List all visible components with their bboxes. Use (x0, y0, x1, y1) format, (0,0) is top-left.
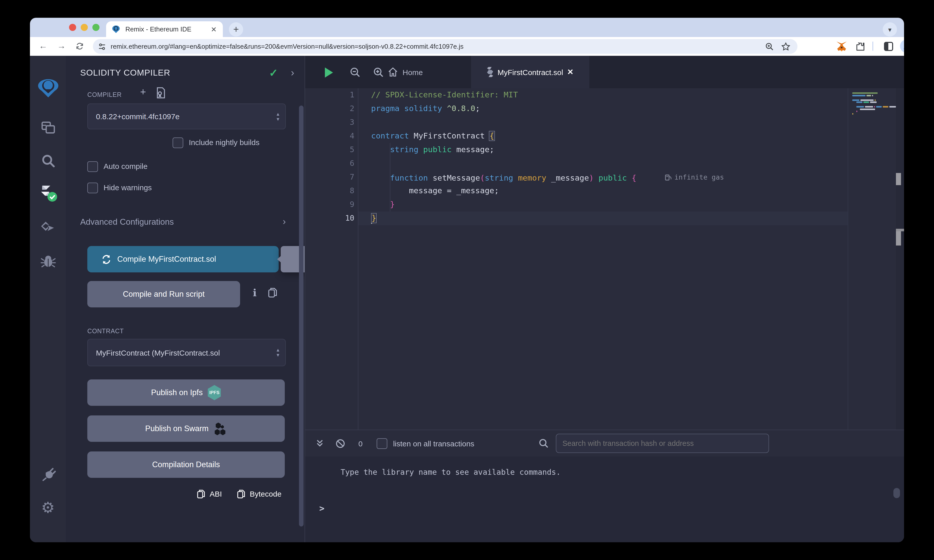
settings-gear-icon[interactable]: ⚙ (30, 496, 66, 518)
screen: Remix - Ethereum IDE ✕ + ▾ ← → remix.eth… (0, 0, 934, 560)
panel-scrollbar[interactable] (299, 106, 304, 526)
solidity-file-icon (487, 67, 493, 77)
compiler-version-select[interactable]: 0.8.22+commit.4fc1097e ▲▼ (87, 103, 286, 129)
plugin-manager-icon[interactable] (30, 463, 66, 485)
bookmark-star-icon[interactable] (781, 42, 790, 51)
contract-select-value: MyFirstContract (MyFirstContract.sol (96, 348, 220, 357)
scrollbar-mark[interactable] (896, 173, 901, 185)
browser-tab[interactable]: Remix - Ethereum IDE ✕ (106, 21, 223, 37)
refresh-icon (102, 254, 111, 264)
tab-close-icon[interactable]: ✕ (567, 68, 573, 77)
listen-transactions-checkbox[interactable] (377, 438, 388, 449)
contract-label: CONTRACT (87, 328, 124, 335)
terminal: 0 listen on all transactions Type the li… (305, 430, 904, 542)
terminal-scrollbar[interactable] (893, 488, 900, 498)
solidity-compiler-icon-active[interactable] (30, 183, 66, 205)
advanced-configurations-label[interactable]: Advanced Configurations (80, 217, 174, 227)
gas-annotation: infinite gas (665, 171, 724, 184)
code-line[interactable]: 8 message = _message; (305, 184, 904, 198)
contract-select[interactable]: MyFirstContract (MyFirstContract.sol ▲▼ (87, 339, 286, 366)
publish-ipfs-button[interactable]: Publish on Ipfs IPFS (87, 379, 285, 406)
license-file-icon[interactable] (156, 87, 165, 98)
nightly-builds-label[interactable]: Include nightly builds (189, 138, 260, 146)
terminal-output[interactable]: Type the library name to see available c… (305, 457, 904, 542)
reload-button[interactable] (73, 40, 86, 53)
remix-logo-icon[interactable] (30, 77, 66, 99)
code-line[interactable]: 7 function setMessage(string memory _mes… (305, 171, 904, 184)
tab-home[interactable]: Home (388, 56, 423, 88)
terminal-search-input[interactable] (556, 439, 769, 448)
zoom-icon[interactable] (765, 42, 774, 51)
code-line[interactable]: 5 string public message; (305, 143, 904, 157)
publish-swarm-label: Publish on Swarm (145, 424, 209, 433)
terminal-search-box[interactable] (556, 434, 769, 453)
bytecode-link[interactable]: Bytecode (250, 489, 282, 498)
url-bar[interactable]: remix.ethereum.org/#lang=en&optimize=fal… (93, 39, 797, 54)
advanced-chevron-icon[interactable]: › (283, 217, 286, 227)
compile-and-run-button[interactable]: Compile and Run script (87, 281, 240, 308)
nightly-builds-checkbox[interactable] (173, 137, 183, 148)
back-button[interactable]: ← (37, 40, 50, 53)
hide-warnings-checkbox[interactable] (87, 183, 98, 193)
run-script-play-icon[interactable] (321, 65, 336, 80)
file-explorer-icon[interactable] (30, 117, 66, 139)
collapse-terminal-icon[interactable] (316, 439, 323, 448)
add-compiler-icon[interactable]: + (140, 86, 146, 98)
publish-swarm-button[interactable]: Publish on Swarm (87, 415, 285, 442)
copy-icon[interactable] (268, 288, 277, 298)
debugger-bug-icon[interactable] (30, 251, 66, 273)
tab-search-chevron-icon[interactable]: ▾ (883, 22, 897, 37)
search-icon[interactable] (30, 150, 66, 172)
deploy-run-icon[interactable] (30, 217, 66, 239)
editor-area: Home MyFirstContract.sol ✕ 1// SPDX-Lice… (305, 56, 904, 542)
panel-collapse-chevron-icon[interactable]: › (291, 67, 294, 78)
hide-warnings-label[interactable]: Hide warnings (103, 183, 152, 192)
abi-link[interactable]: ABI (210, 489, 222, 498)
panel-title: SOLIDITY COMPILER (80, 68, 170, 78)
compiler-version-value: 0.8.22+commit.4fc1097e (96, 112, 179, 121)
extensions-puzzle-icon[interactable] (854, 40, 867, 53)
code-line[interactable]: 10} (305, 212, 904, 225)
new-tab-button[interactable]: + (229, 22, 243, 37)
zoom-in-icon[interactable] (371, 65, 386, 80)
code-editor[interactable]: 1// SPDX-License-Identifier: MIT2pragma … (305, 88, 904, 430)
auto-compile-checkbox[interactable] (87, 161, 98, 172)
info-icon[interactable]: i (253, 286, 257, 299)
tab-myfirstcontract[interactable]: MyFirstContract.sol ✕ (471, 56, 589, 88)
code-line[interactable]: 1// SPDX-License-Identifier: MIT (305, 88, 904, 102)
code-line[interactable]: 6 (305, 157, 904, 171)
gutter-divider (358, 88, 358, 430)
traffic-light-minimize[interactable] (81, 24, 88, 31)
copy-abi-icon[interactable] (197, 489, 205, 498)
tab-title: Remix - Ethereum IDE (125, 25, 211, 33)
metamask-extension-icon[interactable] (835, 40, 848, 53)
compile-button[interactable]: Compile MyFirstContract.sol (87, 246, 279, 272)
url-text[interactable]: remix.ethereum.org/#lang=en&optimize=fal… (111, 43, 765, 50)
listen-transactions-label[interactable]: listen on all transactions (393, 439, 474, 448)
zoom-out-icon[interactable] (348, 65, 363, 80)
compilation-details-button[interactable]: Compilation Details (87, 451, 285, 478)
site-settings-icon[interactable] (98, 42, 106, 51)
minimap[interactable] (848, 88, 897, 430)
copy-bytecode-icon[interactable] (237, 489, 245, 498)
traffic-light-close[interactable] (69, 24, 76, 31)
traffic-light-zoom[interactable] (92, 24, 100, 31)
clear-console-icon[interactable] (336, 438, 345, 448)
code-line[interactable]: 4contract MyFirstContract { (305, 129, 904, 143)
toolbar-divider (872, 42, 873, 51)
code-line[interactable]: 2pragma solidity ^0.8.0; (305, 102, 904, 115)
scrollbar-mark[interactable] (896, 231, 901, 246)
forward-button[interactable]: → (55, 40, 68, 53)
auto-compile-label[interactable]: Auto compile (103, 162, 148, 171)
code-line[interactable]: 9 } (305, 198, 904, 212)
profile-avatar[interactable] (900, 40, 904, 53)
terminal-prompt: > (319, 503, 325, 513)
terminal-message: Type the library name to see available c… (341, 468, 561, 477)
split-view-icon[interactable] (882, 40, 895, 53)
code-line[interactable]: 3 (305, 115, 904, 129)
home-icon (388, 67, 398, 77)
tab-close-icon[interactable]: ✕ (211, 25, 217, 33)
tab-myfirstcontract-label: MyFirstContract.sol (498, 68, 563, 76)
compiler-label: COMPILER (87, 91, 122, 98)
select-arrows-icon: ▲▼ (276, 339, 280, 366)
